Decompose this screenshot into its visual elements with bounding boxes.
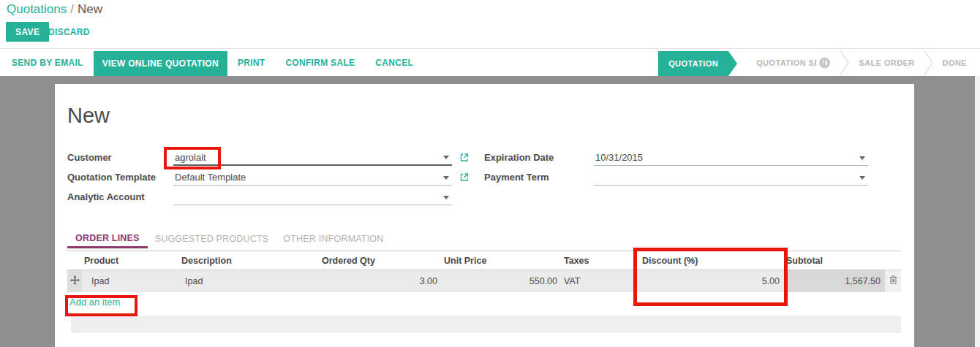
- external-link-icon: [459, 153, 469, 162]
- caret-down-icon[interactable]: [859, 156, 865, 160]
- column-header-taxes[interactable]: Taxes: [562, 251, 640, 270]
- customer-field[interactable]: agrolait: [173, 150, 452, 166]
- drag-handle[interactable]: [67, 270, 82, 292]
- order-line-row[interactable]: Ipad Ipad 3.00 550.00 VAT 5.00 1,567.50: [67, 270, 901, 292]
- page-header: Quotations/New SAVE DISCARD: [0, 0, 980, 48]
- quotation-template-label: Quotation Template: [67, 169, 173, 189]
- external-link-icon: [459, 172, 469, 182]
- action-buttons: SEND BY EMAIL VIEW ONLINE QUOTATION PRIN…: [0, 49, 423, 76]
- stage-quotation[interactable]: QUOTATION: [658, 51, 728, 76]
- trash-icon: [889, 275, 898, 285]
- move-cross-icon: [70, 275, 80, 285]
- breadcrumb-separator: /: [67, 2, 78, 16]
- column-header-ordered-qty[interactable]: Ordered Qty: [320, 251, 442, 270]
- notebook-tabs: ORDER LINES SUGGESTED PRODUCTS OTHER INF…: [67, 233, 902, 248]
- customer-value: agrolait: [175, 152, 206, 163]
- breadcrumb-current: New: [78, 2, 102, 16]
- add-an-item-link[interactable]: Add an item: [67, 297, 120, 308]
- caret-down-icon[interactable]: [859, 176, 865, 180]
- payment-term-label: Payment Term: [484, 169, 594, 189]
- expiration-date-value: 10/31/2015: [595, 152, 643, 163]
- table-header-row: Product Description Ordered Qty Unit Pri…: [67, 251, 901, 270]
- expiration-date-label: Expiration Date: [484, 150, 594, 169]
- discard-button[interactable]: DISCARD: [48, 22, 90, 42]
- chevron-right-icon: [840, 49, 850, 76]
- cell-discount[interactable]: 5.00: [640, 270, 784, 292]
- column-header-description[interactable]: Description: [179, 251, 320, 270]
- cancel-button[interactable]: CANCEL: [365, 49, 423, 76]
- expiration-date-field[interactable]: 10/31/2015: [594, 150, 868, 166]
- column-header-subtotal[interactable]: Subtotal: [784, 251, 885, 270]
- cell-description[interactable]: Ipad: [179, 270, 320, 292]
- payment-term-field[interactable]: [594, 169, 868, 186]
- loading-spinner-icon: [819, 57, 830, 68]
- add-line-row: Add an item: [67, 292, 902, 313]
- breadcrumb: Quotations/New: [7, 2, 102, 17]
- record-title: New: [67, 104, 902, 128]
- stage-done[interactable]: DONE: [934, 49, 976, 76]
- cell-product[interactable]: Ipad: [82, 270, 179, 292]
- send-by-email-button[interactable]: SEND BY EMAIL: [1, 49, 94, 76]
- save-button[interactable]: SAVE: [6, 22, 49, 42]
- view-online-quotation-button[interactable]: VIEW ONLINE QUOTATION: [94, 51, 227, 76]
- cell-taxes[interactable]: VAT: [562, 270, 640, 292]
- stage-sale-order[interactable]: SALE ORDER: [850, 49, 923, 76]
- quotation-form-page: Quotations/New SAVE DISCARD SEND BY EMAI…: [0, 0, 980, 347]
- quotation-template-field[interactable]: Default Template: [173, 169, 452, 186]
- caret-down-icon[interactable]: [443, 196, 449, 199]
- form-fields: Customer agrolait Expiration Date 10/31/…: [67, 150, 902, 209]
- caret-down-icon[interactable]: [443, 156, 449, 159]
- chevron-right-icon: [924, 49, 934, 76]
- quotation-template-value: Default Template: [175, 172, 246, 183]
- stage-quotation-sent[interactable]: QUOTATION SENT: [747, 49, 840, 76]
- order-lines-table: Product Description Ordered Qty Unit Pri…: [67, 251, 901, 292]
- tab-order-lines[interactable]: ORDER LINES: [67, 233, 148, 248]
- terms-notes-area[interactable]: [71, 316, 901, 333]
- vertical-scrollbar[interactable]: [975, 76, 980, 347]
- cell-ordered-qty[interactable]: 3.00: [320, 270, 442, 292]
- analytic-account-field[interactable]: [173, 189, 452, 205]
- form-sheet: New Customer agrolait Expiration Date 10…: [55, 84, 914, 347]
- quotation-template-external-link[interactable]: [452, 169, 484, 189]
- cell-subtotal: 1,567.50: [784, 270, 885, 292]
- delete-column-header: [885, 251, 901, 270]
- statusbar: QUOTATION QUOTATION SENT SALE ORDER DONE: [658, 49, 980, 76]
- column-header-product[interactable]: Product: [82, 251, 179, 270]
- delete-row-button[interactable]: [885, 270, 901, 292]
- caret-down-icon[interactable]: [443, 176, 449, 180]
- tab-suggested-products[interactable]: SUGGESTED PRODUCTS: [148, 234, 276, 248]
- customer-external-link[interactable]: [452, 150, 484, 169]
- confirm-sale-button[interactable]: CONFIRM SALE: [275, 49, 365, 76]
- column-header-unit-price[interactable]: Unit Price: [442, 251, 562, 270]
- print-button[interactable]: PRINT: [227, 49, 276, 76]
- column-header-discount[interactable]: Discount (%): [640, 251, 784, 270]
- breadcrumb-quotations-link[interactable]: Quotations: [7, 2, 67, 16]
- tab-other-information[interactable]: OTHER INFORMATION: [276, 234, 391, 248]
- cell-unit-price[interactable]: 550.00: [442, 270, 562, 292]
- customer-label: Customer: [67, 150, 173, 169]
- handle-column-header: [67, 251, 82, 270]
- control-bar: SEND BY EMAIL VIEW ONLINE QUOTATION PRIN…: [0, 48, 980, 76]
- analytic-account-label: Analytic Account: [67, 189, 173, 209]
